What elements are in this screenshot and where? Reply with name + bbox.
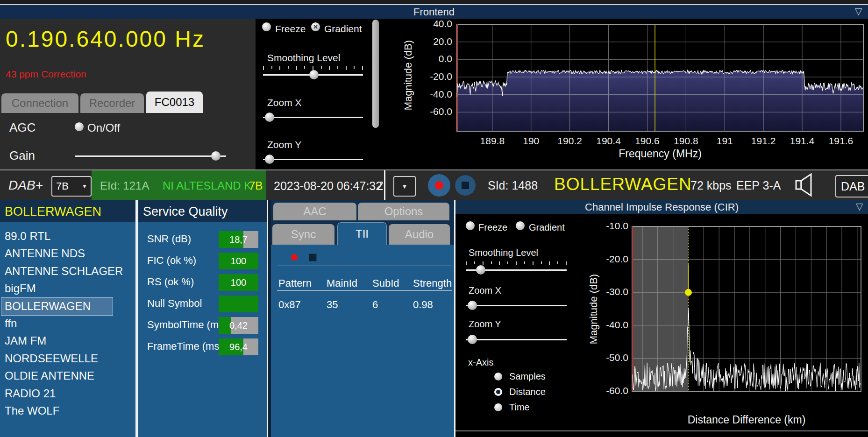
slider-track[interactable] xyxy=(75,155,226,157)
output-mode-dropdown[interactable]: DAB ▼ xyxy=(835,175,868,197)
ensemble-channel: 7B xyxy=(249,179,263,192)
slider-tick xyxy=(549,261,550,265)
spectrum-x-tick: 190.2 xyxy=(557,135,582,147)
radio-icon[interactable] xyxy=(494,403,502,411)
speaker-icon[interactable] xyxy=(794,172,816,197)
cir-y-tick-labels: -10.0-20.0-30.0-40.0-50.0-60.0 xyxy=(585,0,628,420)
slider-track[interactable] xyxy=(466,305,567,306)
stop-button[interactable] xyxy=(455,175,476,196)
slider-thumb[interactable] xyxy=(476,265,485,275)
station-list-item[interactable]: ffn xyxy=(0,315,139,332)
slider-track[interactable] xyxy=(263,117,363,118)
spectrum-x-tick: 191 xyxy=(717,135,733,147)
quality-value: 100 xyxy=(219,253,258,269)
station-list-item[interactable]: RADIO 21 xyxy=(0,385,139,402)
tab-audio[interactable]: Audio xyxy=(389,224,450,245)
slider-thumb[interactable] xyxy=(468,335,477,344)
bitrate: 72 kbps xyxy=(690,179,732,192)
spectrum-y-tick: 0.0 xyxy=(411,53,452,64)
quality-row-label: Null Symbol xyxy=(147,297,202,310)
spectrum-panel-scrollbar[interactable] xyxy=(372,20,379,128)
tii-stop-indicator[interactable] xyxy=(309,254,317,261)
spectrum-x-tick: 191.4 xyxy=(790,135,815,147)
tab-tii[interactable]: TII xyxy=(337,222,387,245)
cir-zoom-x-slider[interactable] xyxy=(466,296,567,311)
tab-fc0013[interactable]: FC0013 xyxy=(146,92,203,113)
spectrum-zoom-x-slider[interactable] xyxy=(263,108,363,123)
quality-row-label: SNR (dB) xyxy=(147,233,191,245)
channel-dropdown[interactable]: 7B ▼ xyxy=(51,176,92,197)
station-list-item[interactable]: JAM FM xyxy=(0,332,139,349)
radio-icon[interactable] xyxy=(494,373,502,381)
slider-track[interactable] xyxy=(263,159,363,160)
spectrum-y-tick: -40.0 xyxy=(411,89,452,100)
cir-y-tick: -10.0 xyxy=(585,220,628,232)
slider-thumb[interactable] xyxy=(265,113,274,122)
spectrum-x-tick: 191.6 xyxy=(829,135,854,147)
spectrum-x-tick: 190.8 xyxy=(674,135,698,147)
tab-recorder[interactable]: Recorder xyxy=(80,93,144,113)
dab-mode-label: DAB+ xyxy=(8,178,43,193)
station-list-item[interactable]: OLDIE ANTENNE xyxy=(0,367,139,384)
tab-sync[interactable]: Sync xyxy=(272,224,334,245)
chevron-down-icon: ▼ xyxy=(82,183,87,190)
tab-options[interactable]: Options xyxy=(358,203,449,220)
radio-icon[interactable] xyxy=(494,388,502,396)
radio-option-time[interactable]: Time xyxy=(494,402,530,413)
slider-tick xyxy=(288,66,289,69)
agc-toggle[interactable] xyxy=(75,122,84,131)
cir-collapse-icon[interactable]: ▽ xyxy=(856,201,863,212)
cir-zoom-y-slider[interactable] xyxy=(466,330,567,345)
cir-gradient-checkbox[interactable] xyxy=(516,221,525,230)
spectrum-zoom-y-slider[interactable] xyxy=(263,150,363,165)
spectrum-gradient-label: Gradient xyxy=(324,23,362,35)
slider-tick xyxy=(313,66,313,70)
slider-tick xyxy=(296,66,297,70)
station-list-item[interactable]: bigFM xyxy=(0,280,139,297)
spectrum-smoothing-slider[interactable] xyxy=(263,65,363,80)
station-list-item[interactable]: 89.0 RTL xyxy=(0,227,139,245)
cir-freeze-checkbox[interactable] xyxy=(466,221,475,230)
slider-tick xyxy=(533,261,534,265)
quality-value-badge: 0,42 xyxy=(219,317,258,334)
record-button[interactable] xyxy=(428,174,450,197)
spectrum-freeze-checkbox[interactable] xyxy=(262,22,271,31)
spectrum-y-tick: -20.0 xyxy=(411,71,452,82)
slider-tick xyxy=(362,66,363,70)
spectrum-y-tick: 40.0 xyxy=(411,18,452,29)
spectrum-plot[interactable] xyxy=(456,23,864,133)
slider-tick xyxy=(474,261,475,264)
expand-dropdown-button[interactable]: ▼ xyxy=(393,176,416,197)
gain-slider[interactable] xyxy=(75,147,226,162)
spectrum-gradient-checkbox[interactable] xyxy=(311,22,320,31)
tab-connection[interactable]: Connection xyxy=(1,93,78,113)
datetime: 2023-08-20 06:47:32 xyxy=(274,179,382,193)
cir-y-tick: -30.0 xyxy=(585,286,628,297)
slider-thumb[interactable] xyxy=(211,151,221,161)
station-list-item[interactable]: ANTENNE SCHLAGER xyxy=(0,262,139,280)
slider-thumb[interactable] xyxy=(309,70,319,79)
station-list-item[interactable]: The WOLF xyxy=(0,402,139,419)
cir-panel-bottom-border xyxy=(455,430,868,431)
station-list-item[interactable]: BOLLERWAGEN xyxy=(0,297,139,315)
slider-tick xyxy=(541,261,542,264)
spectrum-smoothing-label: Smoothing Level xyxy=(267,52,340,63)
tab-aac[interactable]: AAC xyxy=(273,203,356,220)
cir-smoothing-slider[interactable] xyxy=(466,261,567,275)
slider-tick xyxy=(304,66,305,69)
tii-cell: 0x87 xyxy=(278,299,301,311)
tii-record-indicator[interactable] xyxy=(291,254,298,261)
slider-thumb[interactable] xyxy=(468,301,477,310)
cir-y-tick: -50.0 xyxy=(585,352,628,363)
frontend-collapse-icon[interactable]: ▽ xyxy=(855,6,862,17)
slider-tick xyxy=(516,261,517,265)
cir-plot[interactable] xyxy=(631,226,862,393)
radio-option-samples[interactable]: Samples xyxy=(494,371,546,382)
cir-freeze-label: Freeze xyxy=(478,222,507,233)
station-list-item[interactable]: NORDSEEWELLE xyxy=(0,350,139,367)
radio-option-distance[interactable]: Distance xyxy=(494,386,546,397)
station-list-item[interactable]: ANTENNE NDS xyxy=(0,245,139,262)
slider-track[interactable] xyxy=(466,339,567,340)
slider-thumb[interactable] xyxy=(265,155,274,164)
spectrum-y-tick: -60.0 xyxy=(411,106,452,117)
